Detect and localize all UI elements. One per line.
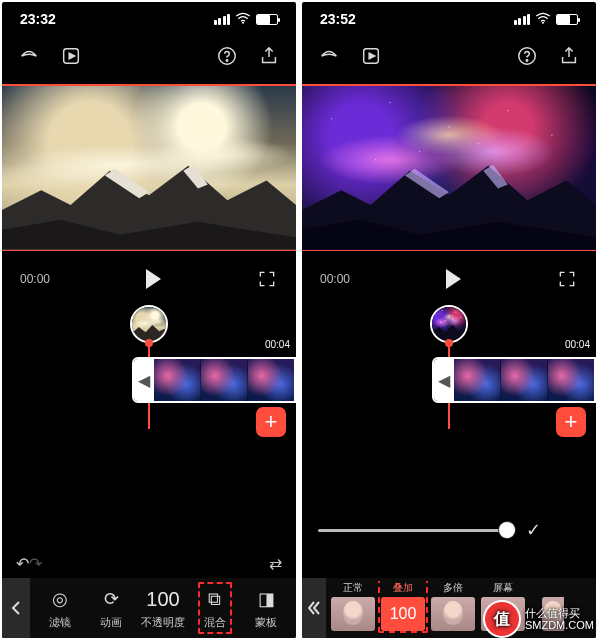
play-button[interactable]: [146, 269, 161, 289]
phone-left: 23:32: [2, 2, 296, 638]
slider-knob[interactable]: [499, 522, 515, 538]
anim-icon: ⟳: [104, 586, 119, 612]
intensity-slider-row: ✓: [318, 520, 546, 540]
preview-play-icon[interactable]: [60, 45, 82, 67]
clip-track[interactable]: ◀: [432, 357, 596, 403]
blend-mode-normal[interactable]: 正常: [330, 581, 376, 631]
watermark-line2: SMZDM.COM: [525, 619, 594, 631]
help-icon[interactable]: [516, 45, 538, 67]
effects-bar: ◎滤镜⟳动画100不透明度⧉混合◨蒙板: [2, 578, 296, 638]
effect-label: 不透明度: [141, 615, 185, 630]
blend-label: 叠加: [393, 581, 413, 595]
add-clip-button[interactable]: +: [256, 407, 286, 437]
edit-toolrow: ↶ ↷ ⇄: [2, 548, 296, 578]
blend-label: 正常: [343, 581, 363, 595]
add-clip-button[interactable]: +: [556, 407, 586, 437]
svg-point-4: [542, 22, 544, 24]
transport-bar: 00:00: [302, 257, 596, 301]
status-bar: 23:32: [2, 2, 296, 36]
battery-icon: [256, 14, 278, 25]
transport-bar: 00:00: [2, 257, 296, 301]
filter-icon: ◎: [52, 586, 68, 612]
wifi-icon: [535, 11, 551, 27]
status-bar: 23:52: [302, 2, 596, 36]
playhead-thumb[interactable]: [130, 305, 168, 343]
blend-label: 屏幕: [493, 581, 513, 595]
intensity-slider[interactable]: [318, 529, 506, 532]
back-button[interactable]: [302, 578, 326, 638]
signal-icon: [214, 14, 231, 25]
opacity-icon: 100: [146, 586, 179, 612]
effect-blend[interactable]: ⧉混合: [192, 582, 238, 634]
help-icon[interactable]: [216, 45, 238, 67]
effect-label: 蒙板: [255, 615, 277, 630]
watermark-badge: 值: [485, 602, 519, 636]
svg-point-3: [226, 60, 227, 61]
trim-handle-left[interactable]: ◀: [134, 359, 154, 401]
clip-duration-label: 00:04: [565, 339, 590, 350]
mask-icon: ◨: [258, 586, 275, 612]
redo-icon[interactable]: ↷: [29, 554, 42, 573]
share-icon[interactable]: [258, 45, 280, 67]
confirm-icon[interactable]: ✓: [520, 519, 546, 541]
timeline-clip[interactable]: [154, 359, 200, 401]
time-current: 00:00: [20, 272, 50, 286]
battery-icon: [556, 14, 578, 25]
location-icon: [497, 11, 509, 27]
blend-icon: ⧉: [208, 586, 221, 612]
clip-duration-label: 00:04: [265, 339, 290, 350]
blend-thumb: [331, 597, 375, 631]
back-icon[interactable]: [18, 45, 40, 67]
edit-toolrow: [302, 486, 596, 512]
watermark-line1: 什么值得买: [525, 607, 580, 619]
signal-icon: [514, 14, 531, 25]
undo-icon[interactable]: ↶: [16, 554, 29, 573]
blend-mode-overlay[interactable]: 叠加100: [380, 581, 426, 631]
timeline-clip[interactable]: [547, 359, 594, 401]
wifi-icon: [235, 11, 251, 27]
timeline-clip[interactable]: [500, 359, 547, 401]
back-button[interactable]: [2, 578, 30, 638]
status-time: 23:52: [320, 11, 356, 27]
effect-label: 混合: [204, 615, 226, 630]
trim-handle-left[interactable]: ◀: [434, 359, 454, 401]
effect-filter[interactable]: ◎滤镜: [37, 586, 83, 630]
location-icon: [197, 11, 209, 27]
preview-play-icon[interactable]: [360, 45, 382, 67]
swap-icon[interactable]: ⇄: [269, 554, 282, 573]
effect-opacity[interactable]: 100不透明度: [140, 586, 186, 630]
app-toolbar: [302, 36, 596, 76]
video-preview[interactable]: [302, 86, 596, 250]
svg-point-7: [526, 60, 527, 61]
effect-anim[interactable]: ⟳动画: [88, 586, 134, 630]
blend-thumb: [431, 597, 475, 631]
watermark: 值 什么值得买 SMZDM.COM: [485, 602, 594, 636]
play-button[interactable]: [446, 269, 461, 289]
timeline[interactable]: ◀ 00:04 +: [302, 303, 596, 431]
fullscreen-icon[interactable]: [256, 268, 278, 290]
phone-right: 23:52: [302, 2, 596, 638]
status-time: 23:32: [20, 11, 56, 27]
video-preview[interactable]: [2, 86, 296, 250]
timeline-clip[interactable]: [247, 359, 294, 401]
timeline[interactable]: ◀ 00:04 +: [2, 303, 296, 431]
effect-mask[interactable]: ◨蒙板: [243, 586, 289, 630]
svg-point-0: [242, 22, 244, 24]
fullscreen-icon[interactable]: [556, 268, 578, 290]
back-icon[interactable]: [318, 45, 340, 67]
timeline-clip[interactable]: [454, 359, 500, 401]
timeline-clip[interactable]: [200, 359, 247, 401]
blend-label: 多倍: [443, 581, 463, 595]
effect-label: 滤镜: [49, 615, 71, 630]
app-toolbar: [2, 36, 296, 76]
playhead-thumb[interactable]: [430, 305, 468, 343]
time-current: 00:00: [320, 272, 350, 286]
clip-track[interactable]: ◀: [132, 357, 296, 403]
effect-label: 动画: [100, 615, 122, 630]
blend-mode-multiply[interactable]: 多倍: [430, 581, 476, 631]
share-icon[interactable]: [558, 45, 580, 67]
blend-thumb: 100: [381, 597, 425, 631]
